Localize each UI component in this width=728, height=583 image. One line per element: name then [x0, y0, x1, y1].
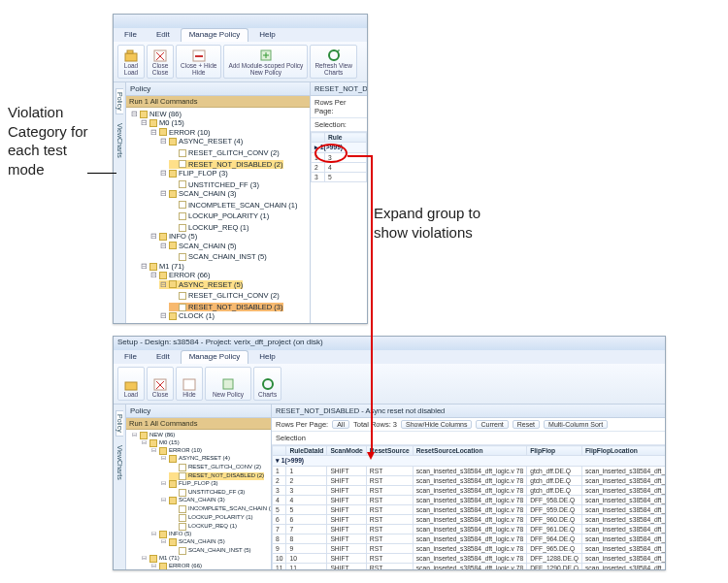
rows-all-button[interactable]: All [332, 420, 349, 429]
tree-node[interactable]: RESET_NOT_DISABLED (3) [169, 303, 283, 311]
tree-node[interactable]: ⊟SCAN_CHAIN (3) [159, 189, 237, 198]
tree-node[interactable]: LOCKUP_POLARITY (1) [169, 211, 269, 220]
tree-node[interactable]: RESET_NOT_DISABLED (2) [169, 160, 283, 169]
menu-edit-bot[interactable]: Edit [148, 350, 179, 364]
col-header[interactable]: FlipFlop [527, 446, 582, 456]
tree-node[interactable]: ⊟M0 (15) [140, 439, 180, 447]
tree-node[interactable]: ⊟M1 (71) [140, 555, 180, 563]
tree-node[interactable]: ⊟ASYNC_RESET (4) [159, 137, 243, 146]
tree-node[interactable]: UNSTITCHED_FF (3) [169, 489, 245, 497]
group-row-expanded[interactable]: ▾ 1(>999) [273, 456, 666, 467]
tree-node[interactable]: ⊟ERROR (66) [149, 563, 202, 569]
folder-icon [159, 447, 167, 455]
tree-node[interactable]: LOCKUP_REQ (1) [169, 223, 249, 232]
tree-node[interactable]: ⊟FLIP_FLOP (3) [159, 480, 218, 488]
tree-node[interactable]: ⊟ERROR (66) [149, 271, 211, 279]
sidetab-viewcharts[interactable]: ViewCharts [116, 120, 123, 161]
tree-node[interactable]: ⊟SCAN_CHAIN (3) [159, 497, 225, 504]
ribbon-hide-bot[interactable]: Hide [176, 367, 203, 401]
menu-help[interactable]: Help [250, 28, 283, 42]
menu-edit[interactable]: Edit [148, 28, 179, 42]
tree-node[interactable]: ⊟ASYNC_RESET (4) [159, 455, 230, 463]
tree-node[interactable]: RESET_NOT_DISABLED (2) [169, 472, 264, 480]
tree-node[interactable]: RESET_GLITCH_CONV (2) [169, 464, 261, 471]
table-row[interactable]: 88SHIFTRSTscan_inserted_s38584_dft_logic… [273, 534, 666, 544]
table-row[interactable]: 99SHIFTRSTscan_inserted_s38584_dft_logic… [273, 544, 666, 554]
ribbon-close[interactable]: Close Close [147, 45, 174, 79]
menu-file[interactable]: File [116, 28, 146, 42]
tree-subtitle[interactable]: Run 1 All Commands [126, 96, 310, 108]
sidetab-viewcharts-bot[interactable]: ViewCharts [116, 442, 123, 483]
ribbon-load[interactable]: Load Load [117, 45, 145, 79]
table-row[interactable]: 11SHIFTRSTscan_inserted_s38584_dft_logic… [273, 467, 666, 476]
menu-manage-policy[interactable]: Manage Policy [181, 28, 248, 42]
ribbon-add-module[interactable]: Add Module-scoped Policy New Policy [223, 45, 308, 79]
app-window-bottom: Setup - Design: s38584 - Project: verix_… [113, 336, 666, 570]
ribbon-refresh[interactable]: Refresh View Charts [310, 45, 357, 79]
col-header[interactable]: ResetSourceLocation [413, 446, 526, 456]
tree-node[interactable]: ⊟SCAN_CHAIN (5) [159, 538, 225, 546]
tree-node[interactable]: RESET_GLITCH_CONV (2) [169, 148, 280, 157]
col-header[interactable] [273, 446, 286, 456]
folder-icon [149, 555, 157, 563]
violations-table-bot[interactable]: RuleDataIdScanModeResetSourceResetSource… [272, 445, 665, 569]
ribbon-refresh-bot[interactable]: Charts [253, 367, 281, 401]
ribbon-hide[interactable]: Close + Hide Hide [176, 45, 221, 79]
tree-node[interactable]: SCAN_CHAIN_INST (5) [169, 547, 251, 555]
col-header[interactable]: RuleDataId [286, 446, 327, 456]
tree-node[interactable]: ⊟NEW (86) [130, 110, 182, 118]
sidetab-policy-bot[interactable]: Policy [116, 410, 123, 437]
tree-node[interactable]: INCOMPLETE_SCAN_CHAIN (1) [169, 201, 298, 210]
tree-node[interactable]: RESET_GLITCH_CONV (2) [169, 291, 280, 300]
tree-node[interactable]: ⊟M1 (71) [140, 262, 184, 271]
table-row[interactable]: 55SHIFTRSTscan_inserted_s38584_dft_logic… [273, 505, 666, 515]
tree-node[interactable]: INCOMPLETE_SCAN_CHAIN (1) [169, 505, 271, 513]
table-row[interactable]: 22SHIFTRSTscan_inserted_s38584_dft_logic… [273, 476, 666, 486]
tree-node[interactable]: ⊟NEW (86) [130, 432, 175, 439]
table-row[interactable]: 24 [312, 163, 367, 173]
tree-node[interactable]: ⊟INFO (5) [149, 531, 191, 538]
table-row[interactable]: 1010SHIFTRSTscan_inserted_s38584_dft_log… [273, 554, 666, 564]
table-row[interactable]: 77SHIFTRSTscan_inserted_s38584_dft_logic… [273, 525, 666, 534]
tree-node[interactable]: UNSTITCHED_FF (3) [169, 180, 259, 189]
tree-subtitle-bot[interactable]: Run 1 All Commands [126, 418, 271, 430]
ribbon-load-bot[interactable]: Load [117, 367, 145, 401]
tree-node[interactable]: ⊟ASYNC_RESET (5) [159, 280, 243, 289]
folder-icon [169, 170, 177, 178]
tree-node-label: ASYNC_RESET (4) [179, 455, 230, 463]
menu-help-bot[interactable]: Help [250, 350, 283, 364]
tree-node[interactable]: SCAN_CHAIN_INST (5) [169, 252, 267, 261]
menu-file-bot[interactable]: File [116, 350, 146, 364]
tree-node[interactable]: ⊟SCAN_CHAIN (5) [159, 242, 237, 250]
tree-node[interactable]: ⊟ERROR (10) [149, 447, 202, 455]
current-button[interactable]: Current [476, 420, 508, 429]
table-row[interactable]: 1111SHIFTRSTscan_inserted_s38584_dft_log… [273, 564, 666, 570]
rows-per-page-label: Rows Per Page: [276, 420, 328, 429]
col-header[interactable]: FlipFlopLocation [581, 446, 665, 456]
tree-node[interactable]: ⊟CLOCK (1) [159, 311, 215, 320]
showhide-cols-button[interactable]: Show/Hide Columns [401, 420, 472, 429]
body-area-bot: Policy ViewCharts Policy Run 1 All Comma… [114, 405, 665, 569]
policy-tree[interactable]: ⊟NEW (86) ⊟M0 (15) ⊟ERROR (10) ⊟ASYNC_RE… [126, 108, 310, 323]
tree-node[interactable]: LOCKUP_POLARITY (1) [169, 514, 253, 522]
table-row[interactable]: 66SHIFTRSTscan_inserted_s38584_dft_logic… [273, 515, 666, 525]
table-row[interactable]: 33SHIFTRSTscan_inserted_s38584_dft_logic… [273, 486, 666, 496]
tree-node[interactable]: ⊟M0 (15) [140, 118, 184, 127]
tree-panel-bot: Policy Run 1 All Commands ⊟NEW (86) ⊟M0 … [126, 405, 272, 569]
sidetab-policy[interactable]: Policy [116, 88, 123, 114]
reset-button[interactable]: Reset [513, 420, 540, 429]
tree-node[interactable]: ⊟FLIP_FLOP (3) [159, 169, 228, 178]
tree-node[interactable]: LOCKUP_REQ (1) [169, 523, 237, 531]
policy-tree-bot[interactable]: ⊟NEW (86) ⊟M0 (15) ⊟ERROR (10) ⊟ASYNC_RE… [126, 430, 271, 569]
tree-node[interactable]: ⊟ERROR (10) [149, 128, 211, 137]
ribbon-add-bot[interactable]: New Policy [205, 367, 251, 401]
col-header[interactable]: ScanMode [327, 446, 366, 456]
table-row[interactable]: 35 [312, 173, 367, 182]
table-row[interactable]: 44SHIFTRSTscan_inserted_s38584_dft_logic… [273, 496, 666, 505]
menu-manage-bot[interactable]: Manage Policy [181, 350, 248, 364]
multisort-button[interactable]: Multi-Column Sort [544, 420, 608, 429]
tree-node[interactable]: ⊟INFO (5) [149, 232, 197, 241]
folder-icon [149, 439, 157, 447]
ribbon-close-bot[interactable]: Close [147, 367, 174, 401]
grid-bot[interactable]: RuleDataIdScanModeResetSourceResetSource… [272, 445, 665, 569]
